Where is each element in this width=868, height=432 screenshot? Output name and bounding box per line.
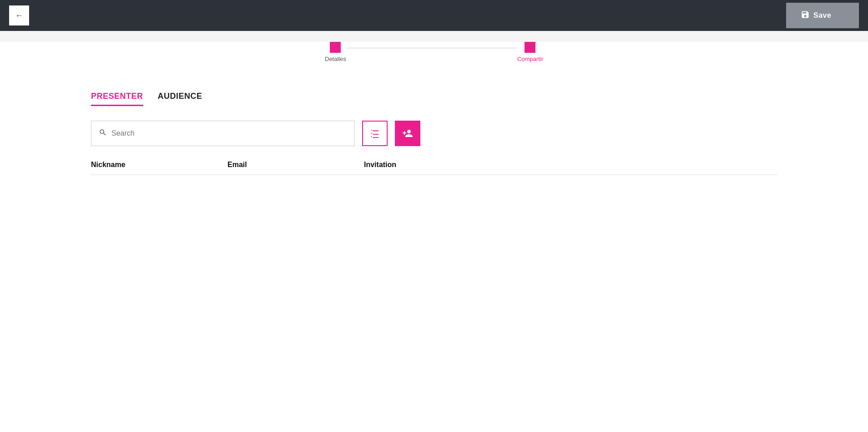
step-compartir: Compartir xyxy=(517,42,543,62)
search-input[interactable] xyxy=(111,129,347,137)
col-header-invitation: Invitation xyxy=(364,161,500,169)
back-button[interactable]: ← xyxy=(9,5,29,25)
step-label-compartir: Compartir xyxy=(517,56,543,62)
step-box-compartir xyxy=(525,42,535,53)
col-header-email: Email xyxy=(227,161,364,169)
save-button[interactable]: Save xyxy=(786,3,859,28)
filter-button[interactable] xyxy=(362,121,388,146)
tab-audience[interactable]: AUDIENCE xyxy=(158,91,202,106)
table-body xyxy=(91,179,777,361)
search-box xyxy=(91,121,355,146)
step-connector xyxy=(346,48,517,48)
table-header: Nickname Email Invitation xyxy=(91,161,777,175)
step-detalles: Detalles xyxy=(325,42,346,62)
tabs: PRESENTER AUDIENCE xyxy=(91,73,777,106)
col-header-nickname: Nickname xyxy=(91,161,227,169)
save-label: Save xyxy=(813,11,831,20)
step-box-detalles xyxy=(330,42,341,53)
header: ← Save xyxy=(0,0,868,31)
search-icon xyxy=(99,128,107,139)
stepper: Detalles Compartir xyxy=(91,42,777,62)
tab-presenter[interactable]: PRESENTER xyxy=(91,91,143,106)
main-content: Detalles Compartir PRESENTER AUDIENCE xyxy=(0,42,868,432)
add-user-button[interactable] xyxy=(395,121,420,146)
step-label-detalles: Detalles xyxy=(325,56,346,62)
toolbar xyxy=(91,121,777,146)
save-icon xyxy=(801,10,810,21)
